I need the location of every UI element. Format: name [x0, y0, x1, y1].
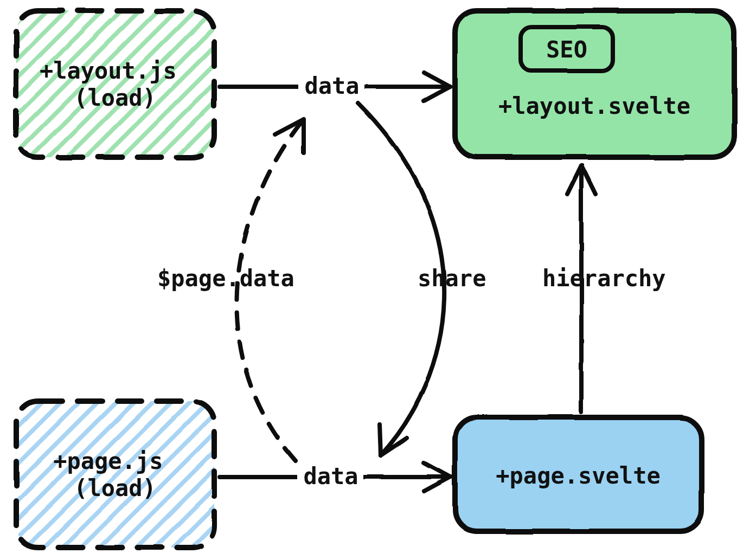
node-page-js	[16, 401, 214, 548]
svg-rect-5	[16, 401, 214, 548]
node-layout-svelte	[455, 11, 734, 157]
edge-hierarchy-label: hierarchy	[542, 265, 666, 292]
node-page-svelte-label: +page.svelte	[496, 462, 660, 489]
badge-seo-label: SEO	[546, 36, 587, 63]
edge-share-label: share	[418, 265, 486, 292]
edge-page-data-dashed-label: $page.data	[157, 265, 294, 292]
edge-layout-data-label: data	[304, 73, 359, 99]
node-layout-svelte-label: +layout.svelte	[498, 93, 690, 119]
node-layout-js	[16, 11, 214, 157]
svg-rect-4	[16, 11, 214, 157]
edge-page-data-label: data	[303, 463, 358, 490]
